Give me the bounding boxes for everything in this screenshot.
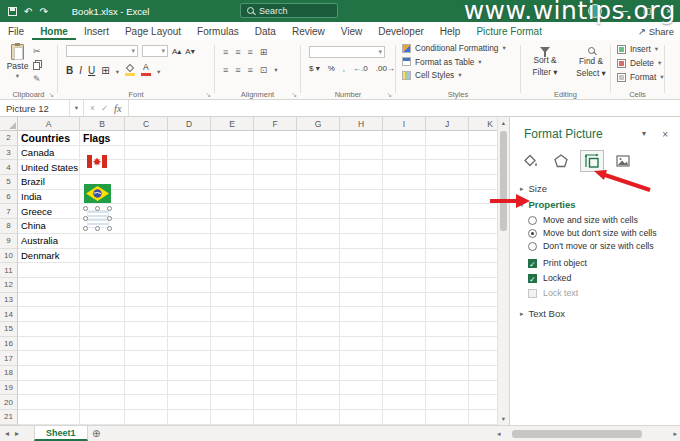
cell-I18[interactable]	[383, 366, 426, 381]
selection-handle[interactable]	[83, 206, 88, 211]
cell-H15[interactable]	[340, 322, 383, 337]
column-header-K[interactable]: K	[469, 117, 497, 131]
cell-J4[interactable]	[426, 160, 469, 175]
cell-D13[interactable]	[168, 293, 211, 308]
cell-D3[interactable]	[168, 146, 211, 161]
cell-A6[interactable]: India	[18, 190, 80, 205]
cell-A14[interactable]	[18, 307, 80, 322]
cell-E3[interactable]	[211, 146, 254, 161]
cell-K3[interactable]	[469, 146, 497, 161]
row-header-6[interactable]: 6	[0, 190, 18, 205]
sheet-nav-right-icon[interactable]: ▸	[15, 429, 19, 438]
cell-I15[interactable]	[383, 322, 426, 337]
cell-H4[interactable]	[340, 160, 383, 175]
cell-F12[interactable]	[254, 278, 297, 293]
cell-E10[interactable]	[211, 249, 254, 264]
row-header-17[interactable]: 17	[0, 351, 18, 366]
horizontal-scrollbar[interactable]: ◂ ▸	[497, 428, 677, 439]
cell-D18[interactable]	[168, 366, 211, 381]
cell-J11[interactable]	[426, 263, 469, 278]
cell-I11[interactable]	[383, 263, 426, 278]
brazil-flag-image[interactable]	[84, 184, 111, 203]
cell-E19[interactable]	[211, 381, 254, 396]
cell-F19[interactable]	[254, 381, 297, 396]
cell-C18[interactable]	[125, 366, 168, 381]
cell-J16[interactable]	[426, 337, 469, 352]
row-header-18[interactable]: 18	[0, 366, 18, 381]
cell-K7[interactable]	[469, 204, 497, 219]
cell-A15[interactable]	[18, 322, 80, 337]
wrap-text-icon[interactable]: ⊞	[260, 47, 268, 57]
number-format-button-4[interactable]: .00→	[376, 64, 395, 73]
font-color-dropdown-icon[interactable]: ▾	[157, 68, 160, 76]
cell-A21[interactable]	[18, 410, 80, 425]
column-header-E[interactable]: E	[211, 117, 254, 131]
cell-C20[interactable]	[125, 395, 168, 410]
scroll-down-icon[interactable]: ▾	[498, 413, 509, 425]
merge-dropdown-icon[interactable]: ▾	[274, 66, 277, 74]
shrink-font-button[interactable]: A▾	[185, 47, 194, 56]
cell-E6[interactable]	[211, 190, 254, 205]
effects-tab[interactable]	[549, 150, 573, 172]
cell-H2[interactable]	[340, 131, 383, 146]
cell-A5[interactable]: Brazil	[18, 175, 80, 190]
cell-B10[interactable]	[80, 249, 125, 264]
cell-D6[interactable]	[168, 190, 211, 205]
cell-J10[interactable]	[426, 249, 469, 264]
borders-dropdown-icon[interactable]: ▾	[116, 68, 119, 76]
cell-J5[interactable]	[426, 175, 469, 190]
cell-H10[interactable]	[340, 249, 383, 264]
cell-A18[interactable]	[18, 366, 80, 381]
new-sheet-icon[interactable]: ⊕	[92, 426, 100, 441]
selection-handle[interactable]	[95, 226, 100, 231]
canada-flag-image[interactable]	[87, 155, 107, 168]
cell-I14[interactable]	[383, 307, 426, 322]
align-center-icon[interactable]: ≡	[235, 65, 240, 75]
cell-H18[interactable]	[340, 366, 383, 381]
cell-B17[interactable]	[80, 351, 125, 366]
cell-E18[interactable]	[211, 366, 254, 381]
cell-E5[interactable]	[211, 175, 254, 190]
bold-button[interactable]: B	[66, 65, 73, 76]
text-box-section-header[interactable]: ▸ Text Box	[520, 308, 565, 319]
cell-A16[interactable]	[18, 337, 80, 352]
vertical-scrollbar[interactable]: ▴ ▾	[497, 117, 509, 425]
cell-C10[interactable]	[125, 249, 168, 264]
cell-G16[interactable]	[297, 337, 340, 352]
cell-J19[interactable]	[426, 381, 469, 396]
cell-F16[interactable]	[254, 337, 297, 352]
cell-G19[interactable]	[297, 381, 340, 396]
cell-G2[interactable]	[297, 131, 340, 146]
ribbon-tab-help[interactable]: Help	[432, 22, 469, 40]
cell-G8[interactable]	[297, 219, 340, 234]
cell-D11[interactable]	[168, 263, 211, 278]
enter-icon[interactable]: ✓	[101, 103, 108, 113]
cell-I19[interactable]	[383, 381, 426, 396]
horizontal-scroll-thumb[interactable]	[512, 430, 642, 438]
cell-C16[interactable]	[125, 337, 168, 352]
sheet-tab-sheet1[interactable]: Sheet1	[34, 426, 88, 441]
cell-E21[interactable]	[211, 410, 254, 425]
properties-section-header[interactable]: ▾ Properties	[520, 199, 576, 210]
cell-K10[interactable]	[469, 249, 497, 264]
cell-J21[interactable]	[426, 410, 469, 425]
delete-cells-button[interactable]: Delete▾	[617, 58, 664, 68]
cell-G17[interactable]	[297, 351, 340, 366]
number-format-button-1[interactable]: %	[328, 64, 335, 73]
cell-D16[interactable]	[168, 337, 211, 352]
cell-K12[interactable]	[469, 278, 497, 293]
cell-G21[interactable]	[297, 410, 340, 425]
cell-H7[interactable]	[340, 204, 383, 219]
cell-E7[interactable]	[211, 204, 254, 219]
cell-G20[interactable]	[297, 395, 340, 410]
cell-F3[interactable]	[254, 146, 297, 161]
selection-handle[interactable]	[83, 226, 88, 231]
insert-function-icon[interactable]: fx	[114, 103, 122, 114]
paste-button[interactable]: Paste ▾	[4, 44, 31, 92]
cell-G4[interactable]	[297, 160, 340, 175]
cell-F10[interactable]	[254, 249, 297, 264]
cell-E17[interactable]	[211, 351, 254, 366]
ribbon-tab-page-layout[interactable]: Page Layout	[117, 22, 189, 40]
cell-G18[interactable]	[297, 366, 340, 381]
row-header-20[interactable]: 20	[0, 395, 18, 410]
